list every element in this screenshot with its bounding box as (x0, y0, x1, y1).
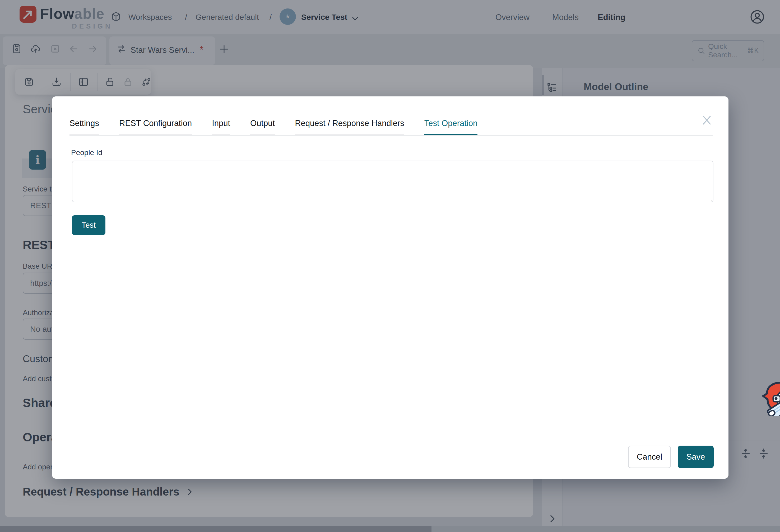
operation-dialog: Settings REST Configuration Input Output… (52, 96, 728, 479)
dialog-tabs: Settings REST Configuration Input Output… (69, 119, 478, 135)
cancel-button[interactable]: Cancel (628, 445, 671, 468)
close-icon[interactable] (701, 114, 713, 126)
people-id-input[interactable] (72, 161, 714, 202)
tab-rest-configuration[interactable]: REST Configuration (119, 119, 192, 135)
tab-settings[interactable]: Settings (69, 119, 99, 135)
tabs-divider (69, 135, 713, 136)
mascot-helper[interactable] (762, 381, 780, 416)
test-button[interactable]: Test (72, 215, 105, 235)
tab-request-response-handlers[interactable]: Request / Response Handlers (295, 119, 404, 135)
app-screen: Flowable DESIGN Workspaces / Generated d… (0, 0, 780, 532)
tab-output[interactable]: Output (250, 119, 275, 135)
dialog-footer: Cancel Save (628, 445, 714, 468)
save-button[interactable]: Save (678, 445, 714, 468)
people-id-label: People Id (71, 149, 102, 157)
tab-input[interactable]: Input (212, 119, 230, 135)
tab-test-operation[interactable]: Test Operation (424, 119, 478, 135)
